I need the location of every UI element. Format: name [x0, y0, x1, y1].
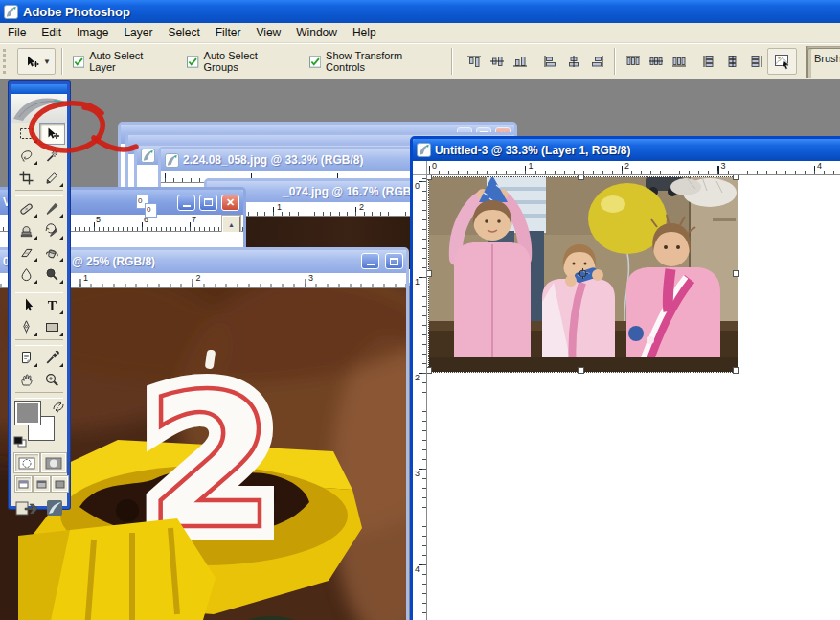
clone-stamp-tool[interactable] — [13, 219, 39, 241]
distribute-bottom-edges-button[interactable] — [668, 51, 691, 72]
eraser-tool[interactable] — [13, 241, 39, 264]
swap-colors-icon[interactable] — [52, 401, 65, 413]
crop-tool[interactable] — [13, 167, 39, 189]
paint-bucket-tool[interactable] — [39, 241, 65, 264]
go-to-bridge-button[interactable] — [767, 48, 797, 75]
ruler-label: 2 — [624, 162, 629, 171]
standard-screen-mode-button[interactable] — [15, 476, 32, 492]
ruler-label: 0 — [432, 162, 437, 171]
menu-window[interactable]: Window — [288, 24, 345, 41]
distribute-right-edges-button[interactable] — [744, 51, 767, 72]
auto-select-groups-checkbox[interactable]: Auto Select Groups — [187, 50, 289, 73]
canvas-untitled3[interactable] — [427, 175, 840, 620]
show-transform-controls-checkbox[interactable]: Show Transform Controls — [309, 50, 439, 73]
separator — [451, 48, 453, 75]
window-title-bar[interactable]: Untitled-3 @ 33.3% (Layer 1, RGB/8) — [413, 139, 840, 161]
move-tool[interactable] — [39, 123, 65, 145]
align-top-edges-button[interactable] — [463, 51, 486, 72]
transform-handle[interactable] — [733, 367, 739, 374]
menu-layer[interactable]: Layer — [116, 24, 160, 41]
quick-mask-mode-button[interactable] — [41, 453, 66, 472]
pen-tool[interactable] — [13, 316, 39, 338]
transform-handle[interactable] — [427, 270, 432, 277]
menu-file[interactable]: File — [0, 24, 34, 41]
menu-filter[interactable]: Filter — [208, 24, 249, 41]
slice-tool[interactable] — [39, 167, 65, 189]
ruler-label: 0 — [415, 182, 420, 191]
default-colors-icon[interactable] — [13, 436, 27, 448]
menu-help[interactable]: Help — [345, 24, 384, 41]
maximize-button[interactable] — [385, 253, 403, 269]
maximize-button[interactable] — [199, 195, 217, 211]
notes-tool[interactable] — [13, 347, 39, 369]
history-brush-tool[interactable] — [39, 219, 65, 241]
healing-brush-tool[interactable] — [13, 197, 39, 219]
type-tool[interactable]: T — [39, 294, 65, 316]
app-title-bar[interactable]: Adobe Photoshop — [0, 0, 840, 23]
transform-handle[interactable] — [578, 175, 584, 180]
menu-bar: FileEditImageLayerSelectFilterViewWindow… — [0, 23, 840, 43]
foreground-color-swatch[interactable] — [15, 402, 40, 425]
document-icon — [141, 149, 155, 163]
close-button[interactable]: ✕ — [221, 195, 239, 211]
minimize-button[interactable] — [177, 195, 195, 211]
distribute-left-edges-button[interactable] — [698, 51, 721, 72]
transform-handle[interactable] — [578, 367, 584, 374]
transform-handle[interactable] — [427, 175, 432, 180]
ruler-corner — [413, 161, 427, 175]
ruler-label: 2 — [359, 203, 364, 212]
dodge-tool[interactable] — [39, 264, 65, 286]
transform-handle[interactable] — [733, 175, 739, 180]
brush-tool[interactable] — [39, 197, 65, 219]
transform-reference-point[interactable] — [578, 268, 588, 279]
hand-tool[interactable] — [13, 369, 39, 391]
standard-mode-button[interactable] — [14, 453, 39, 472]
menu-image[interactable]: Image — [69, 24, 116, 41]
auto-select-layer-checkbox[interactable]: Auto Select Layer — [73, 50, 168, 73]
document-window-untitled3[interactable]: Untitled-3 @ 33.3% (Layer 1, RGB/8) 0123… — [410, 136, 840, 620]
menu-select[interactable]: Select — [160, 24, 207, 41]
app-title: Adobe Photoshop — [23, 5, 130, 19]
imageready-icon[interactable] — [43, 498, 66, 517]
toolbox-title-bar[interactable] — [11, 84, 67, 94]
checkbox-label: Auto Select Layer — [89, 50, 168, 73]
options-checkbox-group: Auto Select LayerAuto Select GroupsShow … — [73, 50, 439, 73]
lasso-tool[interactable] — [13, 145, 39, 167]
move-tool-icon — [22, 54, 41, 70]
menu-view[interactable]: View — [248, 24, 288, 41]
separator — [61, 48, 63, 75]
document-title: 2.24.08_058.jpg @ 33.3% (RGB/8) — [183, 153, 363, 167]
align-vertical-centers-button[interactable] — [486, 51, 509, 72]
transform-handle[interactable] — [427, 367, 432, 374]
vertical-ruler: 01234 — [413, 175, 427, 620]
eyedropper-tool[interactable] — [39, 347, 65, 369]
transform-handle[interactable] — [733, 270, 739, 277]
document-title: @ 25% (RGB/8) — [72, 255, 155, 268]
ruler-label: 1 — [277, 203, 282, 212]
align-right-edges-button[interactable] — [585, 51, 608, 72]
options-bar-grip[interactable] — [3, 49, 10, 74]
fullscreen-with-menu-button[interactable] — [34, 476, 50, 492]
align-horizontal-centers-button[interactable] — [562, 51, 585, 72]
minimize-button[interactable] — [361, 253, 379, 269]
ruler-label: 1 — [529, 162, 534, 171]
blur-tool[interactable] — [13, 264, 39, 286]
menu-edit[interactable]: Edit — [34, 24, 69, 41]
magic-wand-tool[interactable] — [39, 145, 65, 167]
path-selection-tool[interactable] — [13, 294, 39, 316]
shape-tool[interactable] — [39, 316, 65, 338]
align-bottom-edges-button[interactable] — [509, 51, 532, 72]
distribute-top-edges-button[interactable] — [622, 51, 645, 72]
ruler-label: 5 — [96, 216, 101, 224]
align-left-edges-button[interactable] — [539, 51, 562, 72]
zoom-tool[interactable] — [39, 369, 65, 391]
options-bar: ▼ Auto Select LayerAuto Select GroupsSho… — [0, 43, 840, 79]
layer1-photo[interactable] — [429, 177, 738, 372]
edit-in-imageready-button[interactable] — [14, 498, 39, 517]
rectangular-marquee-tool[interactable] — [13, 123, 39, 145]
distribute-vertical-centers-button[interactable] — [645, 51, 668, 72]
move-tool-preset-button[interactable]: ▼ — [17, 48, 56, 75]
distribute-horizontal-centers-button[interactable] — [721, 51, 744, 72]
fullscreen-mode-button[interactable] — [52, 476, 68, 492]
brushes-palette-tab[interactable]: Brush — [807, 48, 840, 78]
